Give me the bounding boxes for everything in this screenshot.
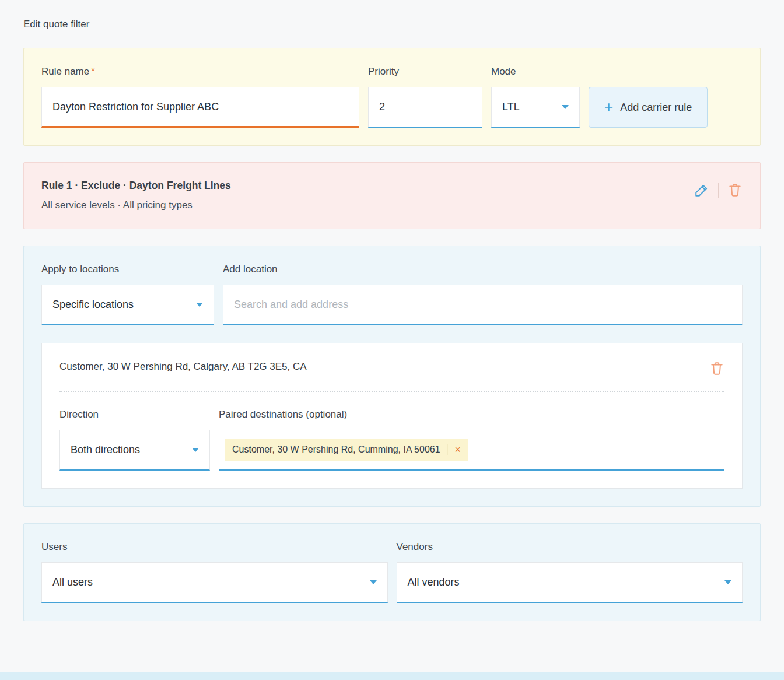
- location-address: Customer, 30 W Pershing Rd, Calgary, AB …: [60, 361, 307, 373]
- direction-field: Direction Both directions: [60, 409, 210, 471]
- chevron-down-icon: [370, 580, 377, 584]
- mode-field: Mode LTL: [491, 66, 580, 128]
- trash-icon: [709, 361, 724, 376]
- page-title: Edit quote filter: [23, 19, 761, 30]
- vendors-select[interactable]: All vendors: [397, 562, 743, 603]
- add-location-field: Add location: [223, 264, 743, 325]
- add-location-input[interactable]: [223, 285, 743, 325]
- mode-select[interactable]: LTL: [491, 87, 580, 128]
- paired-destination-chip: Customer, 30 W Pershing Rd, Cumming, IA …: [225, 439, 468, 461]
- vendors-value: All vendors: [408, 576, 460, 588]
- chevron-down-icon: [724, 580, 732, 584]
- required-asterisk: *: [91, 66, 95, 77]
- direction-select[interactable]: Both directions: [60, 430, 210, 471]
- apply-to-locations-field: Apply to locations Specific locations: [41, 264, 214, 325]
- users-label: Users: [41, 541, 388, 553]
- edit-rule-button[interactable]: [694, 183, 709, 198]
- location-card: Customer, 30 W Pershing Rd, Calgary, AB …: [41, 343, 743, 489]
- rule-form-row: Rule name* Priority Mode LTL + Add carri…: [41, 66, 743, 128]
- chip-close-icon[interactable]: ×: [447, 444, 468, 455]
- next-panel-edge: [0, 672, 784, 680]
- delete-rule-button[interactable]: [727, 183, 743, 198]
- vendors-field: Vendors All vendors: [397, 541, 743, 603]
- apply-to-locations-select[interactable]: Specific locations: [41, 285, 214, 325]
- priority-input[interactable]: [368, 87, 482, 128]
- carrier-rule-actions: [694, 179, 743, 198]
- apply-to-locations-label: Apply to locations: [41, 264, 214, 275]
- paired-destination-chip-text: Customer, 30 W Pershing Rd, Cumming, IA …: [232, 444, 447, 455]
- chevron-down-icon: [192, 448, 199, 452]
- priority-field: Priority: [368, 66, 482, 128]
- rule-form-panel: Rule name* Priority Mode LTL + Add carri…: [23, 48, 761, 146]
- rule-name-field: Rule name*: [41, 66, 359, 128]
- users-field: Users All users: [41, 541, 388, 603]
- paired-destinations-input[interactable]: Customer, 30 W Pershing Rd, Cumming, IA …: [219, 430, 724, 471]
- carrier-rule-text: Rule 1 · Exclude · Dayton Freight Lines …: [41, 179, 231, 212]
- delete-location-button[interactable]: [709, 361, 724, 376]
- users-vendors-row: Users All users Vendors All vendors: [41, 541, 743, 603]
- direction-row: Direction Both directions Paired destina…: [60, 409, 724, 471]
- actions-divider: [718, 183, 719, 198]
- locations-panel: Apply to locations Specific locations Ad…: [23, 246, 761, 507]
- add-location-label: Add location: [223, 264, 743, 275]
- rule-name-input[interactable]: [41, 87, 359, 128]
- rule-name-label: Rule name*: [41, 66, 359, 78]
- users-vendors-panel: Users All users Vendors All vendors: [23, 523, 761, 621]
- chevron-down-icon: [562, 105, 569, 109]
- users-value: All users: [52, 576, 93, 588]
- carrier-rule-card: Rule 1 · Exclude · Dayton Freight Lines …: [23, 162, 761, 229]
- edit-quote-filter-page: Edit quote filter Rule name* Priority Mo…: [0, 0, 784, 621]
- rule-name-label-text: Rule name: [41, 66, 89, 77]
- mode-select-value: LTL: [502, 101, 520, 113]
- apply-to-locations-value: Specific locations: [52, 299, 134, 311]
- paired-destinations-label: Paired destinations (optional): [219, 409, 724, 420]
- dotted-divider: [60, 391, 724, 392]
- users-select[interactable]: All users: [41, 562, 388, 603]
- location-address-row: Customer, 30 W Pershing Rd, Calgary, AB …: [60, 361, 724, 376]
- priority-label: Priority: [368, 66, 482, 78]
- pencil-icon: [694, 183, 709, 198]
- add-carrier-rule-label: Add carrier rule: [620, 101, 692, 114]
- trash-icon: [727, 183, 743, 198]
- add-carrier-rule-button[interactable]: + Add carrier rule: [589, 87, 708, 128]
- vendors-label: Vendors: [397, 541, 743, 553]
- locations-row: Apply to locations Specific locations Ad…: [41, 264, 743, 325]
- carrier-rule-title: Rule 1 · Exclude · Dayton Freight Lines: [41, 179, 231, 193]
- paired-destinations-field: Paired destinations (optional) Customer,…: [219, 409, 724, 471]
- direction-label: Direction: [60, 409, 210, 420]
- carrier-rule-subtitle: All service levels · All pricing types: [41, 199, 231, 212]
- plus-icon: +: [604, 99, 613, 114]
- direction-value: Both directions: [71, 444, 140, 456]
- mode-label: Mode: [491, 66, 580, 78]
- chevron-down-icon: [196, 303, 203, 307]
